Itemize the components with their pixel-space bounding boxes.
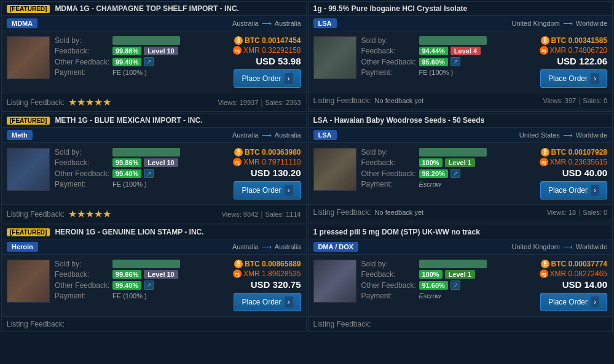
to-location: Worldwide: [576, 20, 607, 27]
payment-value: FE (100% ): [112, 69, 147, 76]
listing-title: MDMA 1G - CHAMPAGNE TOP SHELF IMPORT - I…: [55, 4, 239, 13]
place-order-button[interactable]: Place Order ›: [234, 181, 301, 199]
btn-arrow-icon: ›: [591, 296, 599, 308]
feedback-percentage: 100%: [419, 158, 443, 167]
payment-label: Payment:: [361, 292, 417, 300]
place-order-button[interactable]: Place Order ›: [540, 293, 607, 311]
btn-arrow-icon: ›: [285, 73, 293, 84]
level-badge: Level 1: [445, 158, 475, 167]
btc-icon: ₿: [541, 36, 549, 45]
route-info: Australia⟶Australia: [232, 243, 301, 251]
price-panel: ₿BTC 0.00037774ɱXMR 0.08272465USD 14.00P…: [521, 260, 607, 311]
sold-by-row: Sold by:█████████: [361, 36, 517, 45]
price-panel: ₿BTC 0.00107928ɱXMR 0.23635615USD 40.00P…: [521, 148, 607, 199]
external-link-icon[interactable]: ↗: [144, 57, 154, 66]
level-badge: Level 10: [144, 158, 178, 167]
btc-amount: BTC 0.00147454: [245, 36, 301, 45]
external-link-icon[interactable]: ↗: [144, 169, 154, 178]
feedback-label: Feedback:: [361, 270, 417, 279]
other-feedback-label: Other Feedback:: [361, 58, 417, 66]
other-feedback-row: Other Feedback:98.20%↗: [361, 169, 517, 178]
btn-arrow-icon: ›: [591, 185, 599, 196]
featured-badge: [FEATURED]: [7, 117, 50, 125]
card-footer: Listing Feedback:★★★★★Views: 19937|Sales…: [2, 93, 306, 111]
card-footer: Listing Feedback:: [309, 316, 613, 331]
stats-separator: |: [261, 98, 262, 107]
btc-price-row: ₿BTC 0.00363980: [234, 148, 301, 157]
route-info: United States⟶Worldwide: [519, 131, 607, 139]
feedback-label: Feedback:: [55, 270, 110, 279]
seller-name: █████████: [419, 148, 487, 157]
btc-amount: BTC 0.00363980: [245, 148, 301, 157]
listing-feedback-section: Listing Feedback:★★★★★: [7, 208, 111, 220]
payment-value: Escrow: [419, 292, 441, 300]
views-stat: Views: 19937: [218, 99, 258, 106]
sold-by-label: Sold by:: [55, 260, 110, 268]
other-feedback-row: Other Feedback:95.60%↗: [361, 57, 517, 66]
from-location: Australia: [232, 20, 259, 27]
listing-title: METH 1G - BLUE MEXICAN IMPORT - INC.: [55, 116, 202, 125]
listing-title: HEROIN 1G - GENUINE LION STAMP - INC.: [55, 228, 203, 236]
payment-row: Payment:FE (100% ): [361, 68, 517, 77]
seller-info: Sold by:█████████Feedback:99.86%Level 10…: [55, 148, 210, 199]
level-badge: Level 1: [445, 270, 475, 279]
views-stat: Views: 397: [543, 97, 577, 104]
xmr-price-row: ɱXMR 0.23635615: [540, 158, 607, 166]
drug-tag: MDMA: [7, 18, 37, 28]
place-order-button[interactable]: Place Order ›: [540, 181, 607, 199]
xmr-icon: ɱ: [233, 269, 242, 278]
payment-value: Escrow: [419, 180, 441, 188]
seller-info: Sold by:█████████Feedback:100%Level 1Oth…: [361, 260, 517, 311]
xmr-icon: ɱ: [233, 46, 242, 55]
card-header: 1 pressed pill 5 mg DOM (STP) UK-WW no t…: [309, 225, 613, 239]
to-location: Australia: [275, 20, 301, 27]
sold-by-label: Sold by:: [361, 148, 417, 157]
level-badge: Level 10: [144, 47, 178, 55]
place-order-button[interactable]: Place Order ›: [234, 69, 301, 88]
drug-tag: Meth: [7, 130, 33, 140]
xmr-icon: ɱ: [540, 158, 548, 166]
usd-price: USD 14.00: [562, 279, 607, 290]
payment-row: Payment:Escrow: [361, 292, 517, 300]
sold-by-row: Sold by:█████████: [361, 148, 517, 157]
views-stat: Views: 18: [547, 209, 577, 216]
btc-amount: BTC 0.00341585: [551, 36, 607, 45]
from-location: United Kingdom: [512, 20, 560, 27]
listing-feedback-label: Listing Feedback:: [7, 320, 65, 328]
btc-icon: ₿: [541, 148, 549, 157]
listing-title: 1g - 99.5% Pure Ibogaine HCI Crystal Iso…: [313, 4, 468, 13]
sales-stat: Sales: 1114: [265, 211, 301, 218]
external-link-icon[interactable]: ↗: [144, 281, 154, 290]
sold-by-label: Sold by:: [361, 260, 417, 268]
sold-by-row: Sold by:█████████: [361, 260, 517, 268]
card-body: Sold by:█████████Feedback:99.86%Level 10…: [2, 255, 306, 316]
sold-by-label: Sold by:: [361, 36, 417, 45]
stats-separator: |: [578, 96, 580, 105]
seller-name: █████████: [419, 260, 487, 268]
external-link-icon[interactable]: ↗: [451, 57, 460, 66]
other-feedback-percentage: 99.40%: [112, 169, 141, 178]
card-body: Sold by:█████████Feedback:99.86%Level 10…: [2, 31, 306, 93]
place-order-button[interactable]: Place Order ›: [234, 293, 301, 311]
listing-feedback-section: Listing Feedback:No feedback yet: [313, 208, 424, 217]
btc-icon: ₿: [234, 148, 243, 157]
route-arrow: ⟶: [262, 131, 272, 139]
route-info: United Kingdom⟶Worldwide: [512, 243, 607, 251]
xmr-price-row: ɱXMR 0.74806720: [540, 46, 607, 55]
product-image: [7, 36, 50, 79]
payment-label: Payment:: [361, 180, 417, 188]
stats-section: Views: 19937|Sales: 2363: [218, 98, 301, 107]
route-info: Australia⟶Australia: [232, 20, 301, 28]
to-location: Australia: [275, 131, 301, 139]
xmr-amount: XMR 0.32292158: [243, 46, 301, 55]
seller-info: Sold by:█████████Feedback:94.44%Level 4O…: [361, 36, 517, 88]
place-order-button[interactable]: Place Order ›: [540, 69, 607, 88]
card-header: LSA - Hawaian Baby Woodrose Seeds - 50 S…: [309, 114, 613, 128]
btc-price-row: ₿BTC 0.00037774: [541, 260, 607, 268]
listing-feedback-section: Listing Feedback:★★★★★: [7, 96, 111, 108]
external-link-icon[interactable]: ↗: [451, 281, 460, 290]
external-link-icon[interactable]: ↗: [451, 169, 460, 178]
xmr-amount: XMR 0.79711110: [243, 158, 301, 166]
feedback-percentage: 99.86%: [112, 47, 141, 55]
no-feedback-text: No feedback yet: [375, 209, 424, 216]
